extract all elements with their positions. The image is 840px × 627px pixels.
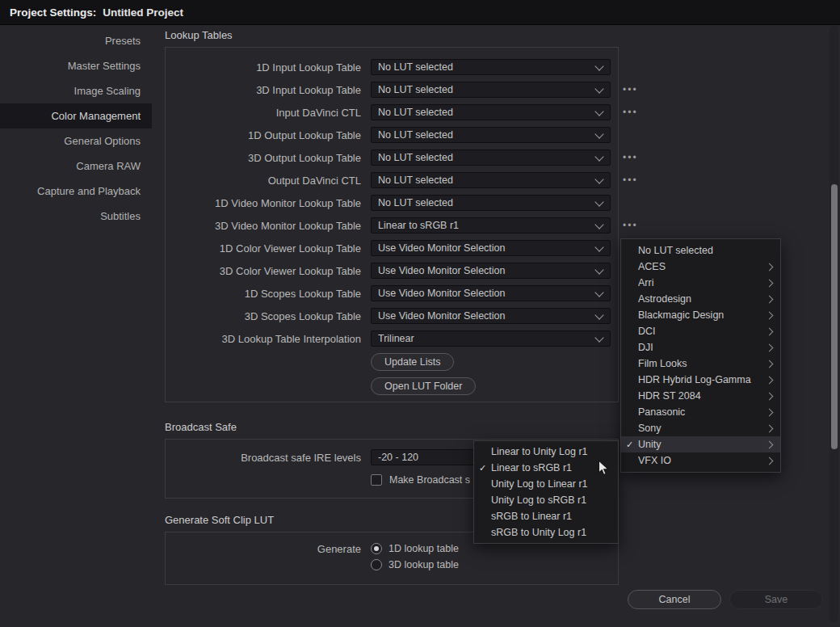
- scrollbar-thumb[interactable]: [831, 184, 838, 449]
- chevron-down-icon: [594, 175, 603, 183]
- lut-row: 3D Color Viewer Lookup Table Use Video M…: [166, 259, 618, 282]
- lut-dropdown[interactable]: Use Video Monitor Selection: [371, 308, 611, 324]
- submenu-item-label: Linear to sRGB r1: [491, 462, 611, 473]
- submenu-item[interactable]: ✓ Linear to sRGB r1: [474, 460, 618, 476]
- menu-item-label: Arri: [638, 277, 766, 288]
- lut-dropdown[interactable]: No LUT selected: [371, 59, 611, 75]
- sidebar-item[interactable]: Subtitles: [0, 204, 152, 229]
- sidebar-item[interactable]: General Options: [0, 128, 152, 154]
- sidebar-item-label: General Options: [64, 135, 141, 147]
- sidebar-item[interactable]: Camera RAW: [0, 154, 152, 179]
- submenu-arrow-icon: [766, 360, 774, 368]
- ire-levels-value: -20 - 120: [378, 452, 418, 463]
- submenu-arrow-icon: [766, 327, 774, 335]
- submenu-arrow-icon: [766, 440, 774, 448]
- sidebar-item-label: Subtitles: [100, 210, 141, 222]
- generate-label: Generate: [166, 541, 371, 555]
- more-options-icon[interactable]: •••: [623, 175, 638, 186]
- menu-item[interactable]: ✓ Astrodesign: [621, 291, 780, 307]
- chevron-down-icon: [594, 310, 603, 319]
- menu-item[interactable]: ✓ HDR ST 2084: [621, 388, 780, 404]
- sidebar-item[interactable]: Capture and Playback: [0, 179, 152, 204]
- lut-dropdown[interactable]: No LUT selected: [371, 149, 611, 166]
- menu-item-label: VFX IO: [638, 455, 766, 466]
- sidebar-item[interactable]: Presets: [0, 28, 152, 53]
- menu-item[interactable]: ✓ Film Looks: [621, 356, 780, 372]
- lut-dropdown[interactable]: Trilinear: [371, 330, 611, 347]
- lookup-tables-heading: Lookup Tables: [165, 28, 840, 43]
- menu-item-label: HDR Hybrid Log-Gamma: [638, 374, 766, 385]
- sidebar-item-label: Presets: [105, 35, 141, 47]
- submenu-arrow-icon: [766, 311, 774, 319]
- chevron-down-icon: [594, 220, 603, 229]
- menu-item[interactable]: ✓ No LUT selected: [621, 242, 780, 259]
- checkmark-icon: ✓: [626, 440, 638, 450]
- radio-option-label: 3D lookup table: [388, 559, 459, 570]
- submenu-item-label: sRGB to Unity Log r1: [491, 527, 611, 538]
- menu-item[interactable]: ✓ Sony: [621, 420, 780, 436]
- menu-item[interactable]: ✓ ACES: [621, 259, 780, 275]
- chevron-down-icon: [594, 242, 603, 251]
- menu-item[interactable]: ✓ DCI: [621, 323, 780, 339]
- radio-icon: [371, 543, 382, 554]
- lut-dropdown[interactable]: No LUT selected: [371, 195, 611, 211]
- vertical-scrollbar[interactable]: [830, 26, 838, 622]
- lut-dropdown[interactable]: No LUT selected: [371, 172, 611, 188]
- open-lut-folder-button[interactable]: Open LUT Folder: [371, 377, 476, 395]
- sidebar-item-label: Master Settings: [68, 60, 141, 72]
- menu-item[interactable]: ✓ Panasonic: [621, 404, 780, 420]
- chevron-down-icon: [594, 333, 603, 342]
- lut-row-label: 1D Output Lookup Table: [166, 129, 371, 141]
- lut-dropdown-value: Use Video Monitor Selection: [378, 310, 506, 322]
- lut-dropdown[interactable]: Use Video Monitor Selection: [371, 285, 611, 301]
- lut-row-label: 3D Scopes Lookup Table: [166, 310, 371, 322]
- chevron-down-icon: [594, 288, 603, 297]
- generate-row: Generate 1D lookup table 3D lookup table: [166, 541, 618, 573]
- mouse-cursor: [598, 460, 611, 478]
- lut-dropdown-value: Use Video Monitor Selection: [378, 265, 506, 276]
- lut-dropdown-value: No LUT selected: [378, 175, 453, 186]
- menu-item[interactable]: ✓ Unity: [621, 436, 780, 452]
- lut-dropdown[interactable]: Use Video Monitor Selection: [371, 263, 611, 279]
- menu-item[interactable]: ✓ Arri: [621, 275, 780, 291]
- lut-dropdown[interactable]: No LUT selected: [371, 82, 611, 98]
- lut-row: Output DaVinci CTL No LUT selected •••: [166, 169, 618, 191]
- lut-row-label: 3D Output Lookup Table: [166, 152, 371, 164]
- submenu-arrow-icon: [766, 392, 774, 400]
- menu-item[interactable]: ✓ HDR Hybrid Log-Gamma: [621, 372, 780, 388]
- radio-option[interactable]: 1D lookup table: [371, 541, 459, 557]
- menu-item[interactable]: ✓ Blackmagic Design: [621, 307, 780, 323]
- submenu-item[interactable]: ✓ sRGB to Unity Log r1: [474, 524, 618, 541]
- sidebar-item[interactable]: Master Settings: [0, 53, 152, 78]
- submenu-arrow-icon: [766, 263, 774, 271]
- sidebar-item[interactable]: Image Scaling: [0, 78, 152, 103]
- lut-dropdown[interactable]: Use Video Monitor Selection: [371, 240, 611, 256]
- chevron-down-icon: [594, 152, 603, 161]
- menu-item[interactable]: ✓ VFX IO: [621, 452, 780, 469]
- update-lists-button[interactable]: Update Lists: [371, 353, 454, 371]
- lut-row: 1D Input Lookup Table No LUT selected ••…: [166, 56, 618, 78]
- lut-dropdown[interactable]: No LUT selected: [371, 127, 611, 143]
- submenu-item[interactable]: ✓ Linear to Unity Log r1: [474, 444, 618, 460]
- broadcast-safe-checkbox[interactable]: [371, 474, 382, 486]
- chevron-down-icon: [594, 107, 603, 116]
- more-options-icon[interactable]: •••: [623, 220, 638, 231]
- more-options-icon[interactable]: •••: [623, 107, 638, 118]
- submenu-item[interactable]: ✓ Unity Log to Linear r1: [474, 476, 618, 492]
- checkmark-icon: ✓: [479, 463, 491, 473]
- sidebar-item-label: Image Scaling: [74, 85, 141, 97]
- radio-option[interactable]: 3D lookup table: [371, 557, 459, 573]
- submenu-item[interactable]: ✓ Unity Log to sRGB r1: [474, 492, 618, 508]
- sidebar-item[interactable]: Color Management: [0, 103, 152, 128]
- cancel-button[interactable]: Cancel: [628, 590, 721, 609]
- menu-item[interactable]: ✓ DJI: [621, 339, 780, 356]
- lut-row-label: 3D Input Lookup Table: [166, 84, 371, 96]
- more-options-icon[interactable]: •••: [623, 84, 638, 95]
- lut-dropdown[interactable]: Linear to sRGB r1: [371, 217, 611, 234]
- submenu-item[interactable]: ✓ sRGB to Linear r1: [474, 508, 618, 524]
- lut-row-label: 1D Video Monitor Lookup Table: [166, 197, 371, 209]
- project-settings-window: { "title_bar": { "label": "Project Setti…: [0, 0, 840, 627]
- more-options-icon[interactable]: •••: [623, 152, 638, 163]
- lut-dropdown[interactable]: No LUT selected: [371, 104, 611, 120]
- save-button[interactable]: Save: [729, 590, 823, 609]
